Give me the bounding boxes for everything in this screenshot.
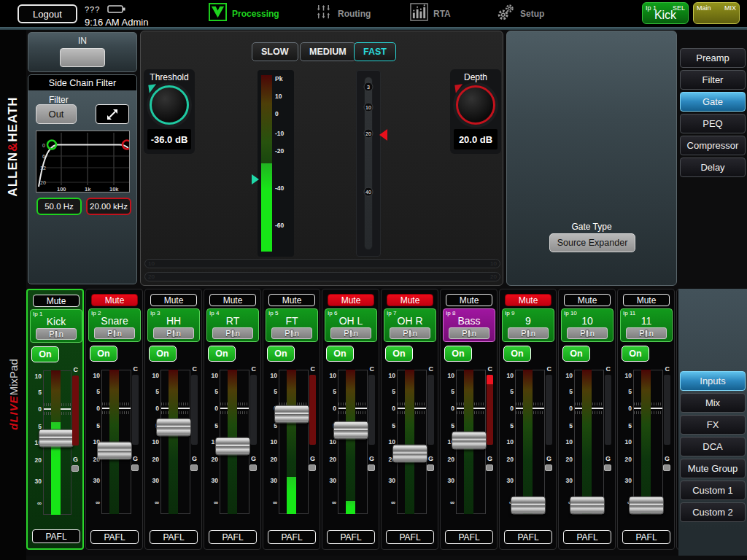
hpf-frequency-button[interactable]: 50.0 Hz: [36, 198, 82, 215]
fader-cap[interactable]: [570, 497, 605, 515]
pafl-button[interactable]: PAFL: [268, 530, 316, 544]
channel-name-box[interactable]: Ip 2SnarePan: [88, 308, 141, 342]
on-button[interactable]: On: [503, 346, 531, 362]
fader-cap[interactable]: [39, 429, 74, 448]
pafl-button[interactable]: PAFL: [504, 530, 552, 544]
attack-medium-button[interactable]: MEDIUM: [300, 42, 356, 61]
mute-button[interactable]: Mute: [268, 294, 315, 306]
fader-cap[interactable]: [97, 441, 132, 459]
proc-tab-filter[interactable]: Filter: [680, 70, 746, 90]
proc-tab-preamp[interactable]: Preamp: [680, 48, 746, 68]
proc-tab-peq[interactable]: PEQ: [680, 114, 746, 133]
pan-control[interactable]: Pan: [567, 327, 608, 339]
fader-cap[interactable]: [629, 497, 664, 515]
channel-strip-rt[interactable]: MuteIp 4RTPanOn10505102030∞CGPAFL: [204, 289, 261, 550]
on-button[interactable]: On: [90, 346, 117, 362]
pan-control[interactable]: Pan: [94, 327, 135, 339]
pan-control[interactable]: Pan: [626, 327, 667, 339]
selected-channel-button[interactable]: Ip 1 SEL Kick: [642, 2, 689, 24]
channel-strip-bass[interactable]: MuteIp 8BassPanOn10505102030∞CGPAFL: [440, 289, 498, 550]
horizontal-scrollbar-1[interactable]: 1010: [144, 259, 500, 268]
bank-tab-mix[interactable]: Mix: [680, 393, 746, 413]
mute-button[interactable]: Mute: [446, 294, 492, 306]
bank-tab-dca[interactable]: DCA: [680, 437, 746, 456]
pafl-button[interactable]: PAFL: [445, 530, 493, 544]
channel-strip-kick[interactable]: MuteIp 1KickPanOn10505102030∞CGPAFL: [26, 289, 84, 550]
mute-button[interactable]: Mute: [623, 294, 670, 306]
nav-tab-rta[interactable]: RTA: [410, 2, 451, 25]
on-button[interactable]: On: [326, 346, 354, 362]
nav-tab-routing[interactable]: Routing: [314, 2, 371, 25]
channel-name-box[interactable]: Ip 4RTPan: [206, 308, 259, 342]
mute-button[interactable]: Mute: [328, 294, 374, 306]
logout-button[interactable]: Logout: [18, 4, 77, 23]
channel-name-box[interactable]: Ip 3HHPan: [147, 308, 200, 342]
filter-out-button[interactable]: Out: [36, 104, 77, 124]
selected-mix-button[interactable]: Main MIX: [693, 2, 740, 24]
channel-strip-10[interactable]: MuteIp 1010PanOn10505102030∞CGPAFL: [558, 289, 616, 550]
nav-tab-setup[interactable]: Setup: [497, 2, 544, 25]
bank-tab-custom-2[interactable]: Custom 2: [680, 502, 746, 522]
mute-button[interactable]: Mute: [91, 294, 138, 306]
mute-button[interactable]: Mute: [150, 294, 197, 306]
on-button[interactable]: On: [149, 346, 177, 362]
proc-tab-gate[interactable]: Gate: [680, 92, 746, 112]
channel-strip-9[interactable]: MuteIp 99PanOn10505102030∞CGPAFL: [499, 289, 557, 550]
expand-button[interactable]: [96, 104, 129, 124]
fader-cap[interactable]: [333, 421, 368, 440]
bank-tab-fx[interactable]: FX: [680, 415, 746, 435]
pan-control[interactable]: Pan: [449, 327, 489, 339]
sidechain-filter-graph[interactable]: 0 6 12 20 100 1k 10k: [36, 131, 130, 192]
nav-tab-processing[interactable]: Processing: [209, 2, 279, 25]
pafl-button[interactable]: PAFL: [90, 530, 139, 544]
pan-control[interactable]: Pan: [390, 327, 430, 339]
proc-tab-compressor[interactable]: Compressor: [680, 136, 746, 155]
pan-control[interactable]: Pan: [330, 327, 371, 339]
mute-button[interactable]: Mute: [564, 294, 611, 306]
on-button[interactable]: On: [208, 346, 236, 362]
horizontal-scrollbar-2[interactable]: 2020: [144, 272, 500, 281]
channel-name-box[interactable]: Ip 7OH RPan: [384, 308, 436, 342]
channel-name-box[interactable]: Ip 5FTPan: [266, 308, 318, 342]
attack-fast-button[interactable]: FAST: [354, 42, 396, 61]
pafl-button[interactable]: PAFL: [563, 530, 611, 544]
pan-control[interactable]: Pan: [36, 328, 77, 340]
fader-cap[interactable]: [452, 432, 487, 450]
pafl-button[interactable]: PAFL: [209, 530, 257, 544]
depth-knob[interactable]: [456, 85, 495, 125]
pan-control[interactable]: Pan: [153, 327, 194, 339]
channel-name-box[interactable]: Ip 6OH LPan: [325, 308, 377, 342]
attack-slow-button[interactable]: SLOW: [252, 42, 298, 61]
lpf-frequency-button[interactable]: 20.00 kHz: [86, 198, 131, 215]
pafl-button[interactable]: PAFL: [327, 530, 375, 544]
bank-tab-custom-1[interactable]: Custom 1: [680, 481, 746, 500]
fader-cap[interactable]: [274, 405, 309, 424]
pafl-button[interactable]: PAFL: [150, 530, 198, 544]
fader-cap[interactable]: [156, 419, 191, 437]
fader-cap[interactable]: [215, 437, 250, 455]
bank-tab-inputs[interactable]: Inputs: [680, 371, 746, 391]
bank-tab-mute-group[interactable]: Mute Group: [680, 459, 746, 478]
channel-name-box[interactable]: Ip 1010Pan: [561, 308, 614, 342]
threshold-knob[interactable]: [150, 85, 189, 125]
proc-tab-delay[interactable]: Delay: [680, 158, 746, 177]
channel-name-box[interactable]: Ip 1111Pan: [620, 308, 673, 342]
channel-strip-ft[interactable]: MuteIp 5FTPanOn10505102030∞CGPAFL: [263, 289, 320, 550]
pafl-button[interactable]: PAFL: [32, 529, 80, 543]
gate-type-button[interactable]: Source Expander: [549, 233, 635, 252]
pan-control[interactable]: Pan: [508, 327, 549, 339]
channel-strip-11[interactable]: MuteIp 1111PanOn10505102030∞CGPAFL: [617, 289, 675, 550]
pan-control[interactable]: Pan: [212, 327, 253, 339]
channel-strip-oh-l[interactable]: MuteIp 6OH LPanOn10505102030∞CGPAFL: [322, 289, 379, 550]
mute-button[interactable]: Mute: [505, 294, 551, 306]
on-button[interactable]: On: [622, 346, 649, 362]
on-button[interactable]: On: [31, 346, 59, 362]
fader-cap[interactable]: [392, 444, 427, 462]
on-button[interactable]: On: [562, 346, 590, 362]
mute-button[interactable]: Mute: [33, 295, 80, 307]
channel-name-box[interactable]: Ip 1KickPan: [30, 309, 82, 343]
on-button[interactable]: On: [444, 346, 472, 362]
channel-strip-snare[interactable]: MuteIp 2SnarePanOn10505102030∞CGPAFL: [85, 289, 143, 550]
on-button[interactable]: On: [385, 346, 413, 362]
channel-strip-oh-r[interactable]: MuteIp 7OH RPanOn10505102030∞CGPAFL: [381, 289, 438, 550]
